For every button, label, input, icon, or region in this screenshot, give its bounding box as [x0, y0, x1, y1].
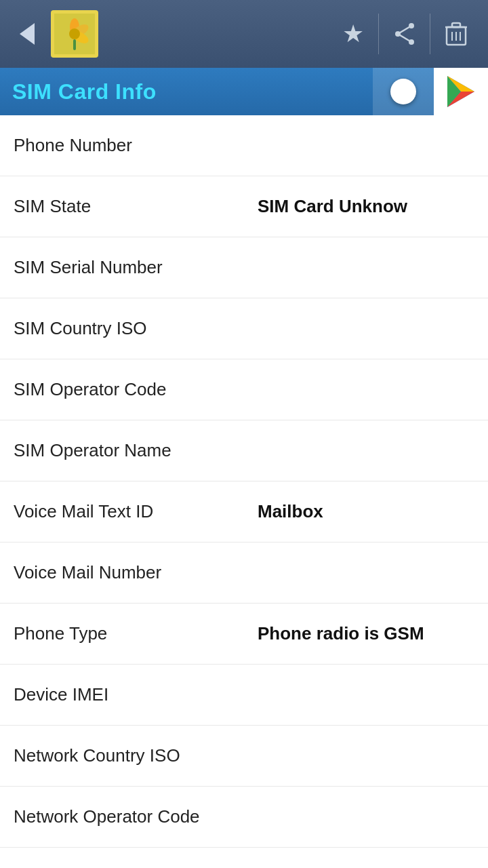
svg-rect-5 — [73, 39, 76, 50]
info-row: SIM Operator Code — [0, 359, 488, 420]
info-label: Phone Number — [14, 134, 258, 157]
info-value: Mailbox — [258, 500, 474, 524]
info-value: SIM Card Unknow — [258, 195, 474, 218]
info-row: SIM Operator Name — [0, 420, 488, 481]
toolbar-icons: ★ — [334, 14, 474, 54]
info-row: Phone Number — [0, 115, 488, 176]
app-icon — [51, 10, 98, 58]
divider-1 — [378, 14, 379, 54]
info-row: SIM Country ISO — [0, 298, 488, 359]
sim-header-right — [373, 68, 488, 115]
divider-2 — [430, 14, 430, 54]
play-badge — [434, 68, 488, 115]
info-label: Network Operator Code — [14, 806, 258, 829]
info-row: Voice Mail Number — [0, 542, 488, 604]
back-button[interactable] — [7, 14, 47, 54]
info-label: SIM Country ISO — [14, 317, 258, 340]
info-label: SIM Operator Name — [14, 439, 258, 462]
star-button[interactable]: ★ — [334, 16, 371, 53]
info-label: SIM Serial Number — [14, 256, 258, 279]
info-value: Phone radio is GSM — [258, 623, 474, 646]
info-row: Voice Mail Text IDMailbox — [0, 481, 488, 542]
svg-rect-13 — [452, 23, 460, 27]
info-label: Voice Mail Text ID — [14, 500, 258, 524]
info-row: Network Operator Code — [0, 787, 488, 848]
back-icon — [20, 23, 35, 45]
toggle-knob — [390, 79, 416, 104]
app-icon-svg — [54, 14, 95, 54]
info-row: Network Country ISO — [0, 726, 488, 787]
info-row: Network Operator Name — [0, 848, 488, 868]
info-label: Network Country ISO — [14, 745, 258, 768]
info-row: SIM Serial Number — [0, 237, 488, 298]
info-row: Phone TypePhone radio is GSM — [0, 604, 488, 665]
info-label: SIM State — [14, 195, 258, 218]
sim-card-title: SIM Card Info — [12, 79, 157, 104]
info-list: Phone NumberSIM StateSIM Card UnknowSIM … — [0, 115, 488, 868]
svg-point-4 — [69, 28, 80, 39]
svg-line-10 — [398, 34, 411, 42]
toggle-area[interactable] — [373, 68, 434, 115]
info-label: Device IMEI — [14, 684, 258, 707]
share-button[interactable] — [386, 16, 423, 53]
play-icon — [444, 75, 478, 108]
info-row: SIM StateSIM Card Unknow — [0, 176, 488, 237]
info-label: SIM Operator Code — [14, 378, 258, 401]
svg-line-9 — [398, 26, 411, 34]
share-icon — [392, 22, 417, 46]
delete-button[interactable] — [437, 16, 474, 53]
info-label: Voice Mail Number — [14, 561, 258, 585]
action-bar: ★ — [0, 0, 488, 68]
info-row: Device IMEI — [0, 665, 488, 726]
sim-card-header: SIM Card Info — [0, 68, 488, 115]
delete-icon — [444, 20, 468, 47]
info-label: Phone Type — [14, 623, 258, 646]
